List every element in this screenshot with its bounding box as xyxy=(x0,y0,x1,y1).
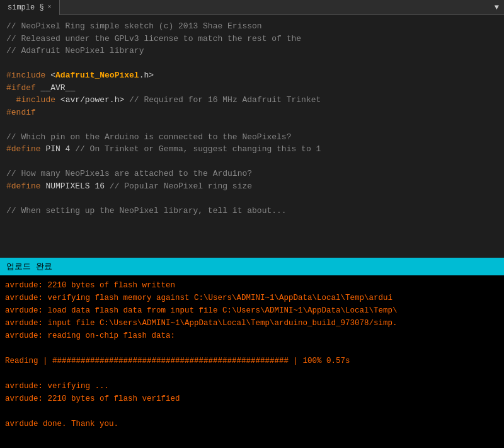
code-line-2: // Released under the GPLv3 license to m… xyxy=(6,33,498,45)
console-line-4: avrdude: input file C:\Users\ADMINI~1\Ap… xyxy=(5,317,499,330)
status-text: 업로드 완료 xyxy=(6,261,52,272)
active-tab[interactable]: simple § × xyxy=(0,0,60,15)
tab-label: simple § xyxy=(8,0,44,15)
tab-bar: simple § × ▼ xyxy=(0,0,504,15)
code-line-7: #include <avr/power.h> // Required for 1… xyxy=(6,94,498,106)
code-line-9 xyxy=(6,118,498,131)
tab-dropdown-icon[interactable]: ▼ xyxy=(490,3,504,12)
console-line-2: avrdude: verifying flash memory against … xyxy=(5,292,499,304)
code-line-13: // How many NeoPixels are attached to th… xyxy=(6,168,498,180)
console-line-6 xyxy=(5,342,499,355)
code-line-4 xyxy=(6,57,498,70)
code-line-12 xyxy=(6,156,498,168)
console-line-7: Reading | ##############################… xyxy=(5,355,499,367)
code-line-14: #define NUMPIXELS 16 // Popular NeoPixel… xyxy=(6,180,498,193)
console-line-10: avrdude: 2210 bytes of flash verified xyxy=(5,393,499,405)
code-line-6: #ifdef __AVR__ xyxy=(6,82,498,95)
code-line-5: #include <Adafruit_NeoPixel.h> xyxy=(6,69,498,82)
console-line-11 xyxy=(5,405,499,418)
code-line-1: // NeoPixel Ring simple sketch (c) 2013 … xyxy=(6,20,498,33)
console-line-12: avrdude done. Thank you. xyxy=(5,418,499,430)
console-line-3: avrdude: load data flash data from input… xyxy=(5,304,499,317)
code-line-15 xyxy=(6,192,498,205)
console-area: avrdude: 2210 bytes of flash written avr… xyxy=(0,275,504,448)
console-line-9: avrdude: verifying ... xyxy=(5,380,499,393)
status-bar: 업로드 완료 xyxy=(0,258,504,275)
console-line-5: avrdude: reading on-chip flash data: xyxy=(5,330,499,342)
code-line-16: // When setting up the NeoPixel library,… xyxy=(6,205,498,217)
code-line-3: // Adafruit NeoPixel library xyxy=(6,45,498,57)
code-line-11: #define PIN 4 // On Trinket or Gemma, su… xyxy=(6,143,498,156)
console-line-1: avrdude: 2210 bytes of flash written xyxy=(5,279,499,292)
code-line-8: #endif xyxy=(6,106,498,119)
tab-close-icon[interactable]: × xyxy=(48,0,52,15)
code-editor[interactable]: // NeoPixel Ring simple sketch (c) 2013 … xyxy=(0,15,504,258)
code-line-10: // Which pin on the Arduino is connected… xyxy=(6,131,498,144)
console-line-8 xyxy=(5,367,499,380)
